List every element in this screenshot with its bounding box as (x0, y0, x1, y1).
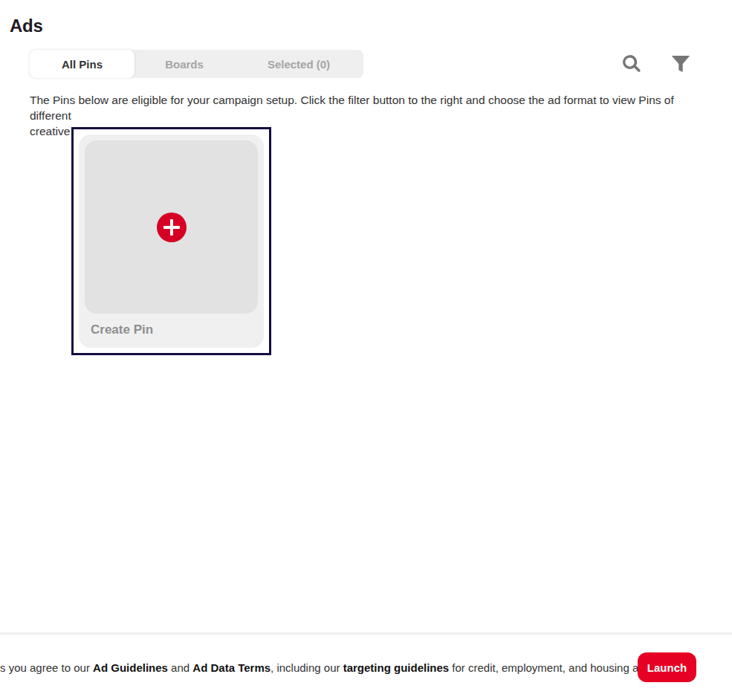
pin-image-placeholder (85, 140, 258, 314)
agreement-including: , including our (271, 661, 343, 674)
search-icon[interactable] (620, 52, 644, 76)
agreement-prefix: s you agree to our (0, 661, 93, 674)
description-line1: The Pins below are eligible for your cam… (30, 94, 674, 122)
agreement-and: and (168, 661, 192, 674)
ad-guidelines-link[interactable]: Ad Guidelines (93, 661, 168, 674)
ads-page: Ads All Pins Boards Selected (0) The Pin… (0, 0, 732, 700)
footer-divider (0, 632, 732, 635)
agreement-text: s you agree to our Ad Guidelines and Ad … (0, 661, 595, 674)
ad-data-terms-link[interactable]: Ad Data Terms (192, 661, 271, 674)
launch-button[interactable]: Launch (638, 652, 696, 682)
tab-selected[interactable]: Selected (0) (234, 50, 363, 78)
page-title: Ads (10, 16, 42, 36)
filter-icon[interactable] (669, 52, 693, 76)
create-pin-label: Create Pin (85, 323, 258, 337)
agreement-suffix: for credit, employment, and housing ads (449, 661, 650, 674)
tab-boards[interactable]: Boards (135, 50, 234, 78)
create-pin-card[interactable]: Create Pin (71, 127, 271, 355)
targeting-guidelines-link[interactable]: targeting guidelines (343, 661, 450, 674)
pins-tab-bar: All Pins Boards Selected (0) (30, 50, 363, 78)
create-pin-card-inner: Create Pin (79, 135, 264, 348)
plus-icon[interactable] (157, 213, 187, 242)
tab-all-pins[interactable]: All Pins (30, 50, 135, 78)
